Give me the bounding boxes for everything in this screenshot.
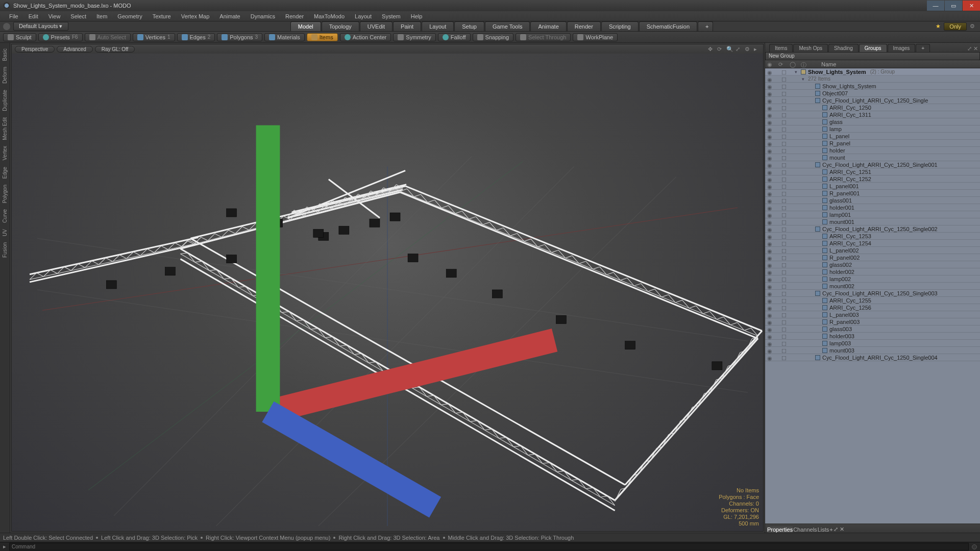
- vertices-button[interactable]: Vertices1: [133, 33, 175, 41]
- panel-tab-items[interactable]: Items: [769, 44, 793, 52]
- tree-row[interactable]: ◉☐Cyc_Flood_Light_ARRI_Cyc_1250_Single00…: [765, 226, 980, 233]
- tree-row[interactable]: ◉☐Cyc_Flood_Light_ARRI_Cyc_1250_Single00…: [765, 354, 980, 361]
- vtab-polygon[interactable]: Polygon: [2, 182, 8, 206]
- eye-icon[interactable]: ◉: [767, 77, 772, 82]
- eye-icon[interactable]: ◉: [767, 61, 773, 67]
- checkbox-icon[interactable]: ☐: [781, 305, 787, 310]
- tree-row[interactable]: ◉☐mount003: [765, 347, 980, 354]
- checkbox-icon[interactable]: ☐: [781, 205, 787, 210]
- menu-maxtomodo[interactable]: MaxToModo: [309, 12, 350, 20]
- tree-row[interactable]: ◉☐Show_Lights_System: [765, 83, 980, 90]
- eye-icon[interactable]: ◉: [767, 255, 772, 260]
- eye-icon[interactable]: ◉: [767, 91, 772, 96]
- presets-button[interactable]: PresetsF6: [38, 33, 83, 41]
- menu-help[interactable]: Help: [406, 12, 428, 20]
- checkbox-icon[interactable]: ☐: [781, 119, 787, 124]
- checkbox-icon[interactable]: ☐: [781, 334, 787, 339]
- eye-icon[interactable]: ◉: [767, 341, 772, 346]
- tree-row[interactable]: ◉☐holder003: [765, 333, 980, 340]
- menu-texture[interactable]: Texture: [148, 12, 176, 20]
- checkbox-icon[interactable]: ☐: [781, 155, 787, 160]
- tab-animate[interactable]: Animate: [530, 21, 566, 31]
- tree-row[interactable]: ◉☐ARRI_Cyc_1250: [765, 104, 980, 111]
- tab-schematicfusion[interactable]: SchematicFusion: [639, 21, 697, 31]
- menu-select[interactable]: Select: [65, 12, 91, 20]
- checkbox-icon[interactable]: ☐: [781, 255, 787, 260]
- eye-icon[interactable]: ◉: [767, 305, 772, 310]
- tree-row[interactable]: ◉☐R_panel: [765, 140, 980, 147]
- vtab-fusion[interactable]: Fusion: [2, 240, 8, 260]
- tree-row[interactable]: ◉☐L_panel002: [765, 247, 980, 254]
- sculpt-button[interactable]: Sculpt: [3, 33, 36, 41]
- eye-icon[interactable]: ◉: [767, 205, 772, 210]
- layout-dropdown[interactable]: Default Layouts ▾: [13, 22, 68, 31]
- eye-icon[interactable]: ◉: [767, 298, 772, 303]
- outliner-tree[interactable]: ◉☐▾Show_Lights_System(2) : Group◉☐▾272 I…: [765, 68, 980, 523]
- menu-animate[interactable]: Animate: [214, 12, 245, 20]
- close-button[interactable]: ✕: [963, 1, 980, 11]
- tree-row[interactable]: ◉☐ARRI_Cyc_1253: [765, 233, 980, 240]
- tab-layout[interactable]: Layout: [422, 21, 454, 31]
- checkbox-icon[interactable]: ☐: [781, 105, 787, 110]
- checkbox-icon[interactable]: ☐: [781, 134, 787, 139]
- viewport-canvas[interactable]: No Items Polygons : Face Channels: 0 Def…: [12, 54, 763, 531]
- tree-row[interactable]: ◉☐glass: [765, 118, 980, 126]
- checkbox-icon[interactable]: ☐: [781, 277, 787, 282]
- tab-setup[interactable]: Setup: [454, 21, 484, 31]
- viewport-shading[interactable]: Advanced: [57, 46, 92, 53]
- tree-row[interactable]: ◉☐ARRI_Cyc_1252: [765, 176, 980, 183]
- lock-column-icon[interactable]: ⟳: [778, 61, 785, 67]
- only-button[interactable]: Only: [944, 22, 967, 31]
- vtab-uv[interactable]: UV: [2, 227, 8, 239]
- menu-dynamics[interactable]: Dynamics: [246, 12, 280, 20]
- tree-row[interactable]: ◉☐ARRI_Cyc_1254: [765, 240, 980, 247]
- tree-row[interactable]: ◉☐▾272 Items: [765, 76, 980, 83]
- checkbox-icon[interactable]: ☐: [781, 341, 787, 346]
- menu-layout[interactable]: Layout: [350, 12, 377, 20]
- checkbox-icon[interactable]: ☐: [781, 169, 787, 174]
- checkbox-icon[interactable]: ☐: [781, 148, 787, 153]
- axis-gizmo-icon[interactable]: [12, 54, 763, 531]
- vtab-basic[interactable]: Basic: [2, 46, 8, 63]
- tree-row[interactable]: ◉☐ARRI_Cyc_1311: [765, 111, 980, 118]
- minimize-button[interactable]: —: [927, 1, 944, 11]
- tab-scripting[interactable]: Scripting: [601, 21, 639, 31]
- tab-model[interactable]: Model: [290, 21, 321, 31]
- action-center-button[interactable]: Action Center: [340, 33, 391, 41]
- tree-row[interactable]: ◉☐R_panel002: [765, 254, 980, 261]
- tree-row[interactable]: ◉☐glass003: [765, 325, 980, 333]
- eye-icon[interactable]: ◉: [767, 169, 772, 174]
- eye-icon[interactable]: ◉: [767, 84, 772, 89]
- eye-icon[interactable]: ◉: [767, 241, 772, 246]
- checkbox-icon[interactable]: ☐: [781, 177, 787, 182]
- tab-game-tools[interactable]: Game Tools: [485, 21, 530, 31]
- checkbox-icon[interactable]: ☐: [781, 191, 787, 196]
- move-icon[interactable]: ✥: [708, 46, 714, 52]
- add-tab-button[interactable]: +: [698, 21, 713, 31]
- add-prop-tab[interactable]: +: [829, 527, 832, 533]
- checkbox-icon[interactable]: ☐: [781, 77, 787, 82]
- command-input[interactable]: [9, 543, 969, 550]
- tree-row[interactable]: ◉☐mount002: [765, 283, 980, 290]
- eye-icon[interactable]: ◉: [767, 312, 772, 317]
- eye-icon[interactable]: ◉: [767, 141, 772, 146]
- checkbox-icon[interactable]: ☐: [781, 319, 787, 324]
- expand-icon[interactable]: ⤢ ✕: [965, 45, 980, 52]
- menu-render[interactable]: Render: [280, 12, 309, 20]
- eye-icon[interactable]: ◉: [767, 127, 772, 132]
- select-through-button[interactable]: Select Through: [516, 33, 571, 41]
- snapping-button[interactable]: Snapping: [473, 33, 514, 41]
- record-icon[interactable]: [972, 544, 977, 549]
- eye-icon[interactable]: ◉: [767, 248, 772, 253]
- checkbox-icon[interactable]: ☐: [781, 327, 787, 332]
- gear-icon[interactable]: ⚙: [745, 46, 751, 52]
- checkbox-icon[interactable]: ☐: [781, 269, 787, 274]
- edges-button[interactable]: Edges2: [177, 33, 215, 41]
- eye-icon[interactable]: ◉: [767, 291, 772, 296]
- eye-icon[interactable]: ◉: [767, 327, 772, 332]
- tree-row[interactable]: ◉☐glass002: [765, 261, 980, 268]
- fit-icon[interactable]: ⤢: [736, 46, 742, 52]
- checkbox-icon[interactable]: ☐: [781, 291, 787, 296]
- vtab-mesh-edit[interactable]: Mesh Edit: [2, 115, 8, 142]
- tree-row[interactable]: ◉☐lamp: [765, 126, 980, 133]
